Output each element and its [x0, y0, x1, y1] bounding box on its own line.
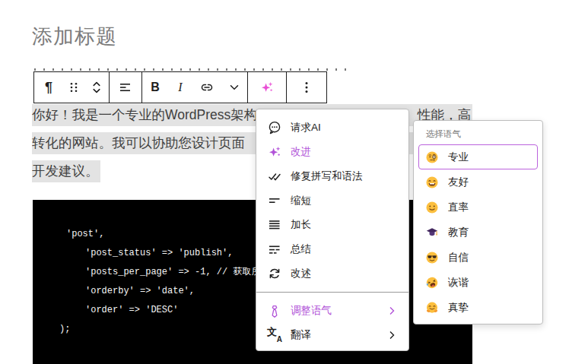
tone-item-friendly[interactable]: 友好: [418, 169, 538, 195]
tone-item-educational[interactable]: 教育: [418, 220, 538, 245]
paragraph-line[interactable]: 开发建议。: [32, 160, 100, 182]
grinning-face-icon: [425, 176, 439, 189]
post-title-placeholder[interactable]: 添加标题: [32, 23, 117, 50]
tone-item-label: 诙谐: [448, 276, 469, 290]
rephrase-icon: [267, 266, 282, 281]
drag-handle-button[interactable]: [63, 72, 84, 103]
drag-handle-icon: [66, 80, 81, 95]
toolbar-group-block: ¶: [34, 72, 110, 103]
tone-item-confident[interactable]: 自信: [418, 245, 538, 270]
tone-item-label: 友好: [448, 176, 469, 189]
more-formatting-button[interactable]: [221, 72, 247, 103]
menu-item-label: 修复拼写和语法: [291, 169, 363, 183]
menu-item-label: 改述: [291, 267, 311, 280]
menu-item-label: 总结: [291, 242, 311, 256]
shorten-icon: [267, 193, 282, 208]
paragraph-text: 你好！我是一个专业的WordPress架构: [32, 107, 257, 122]
menu-item-shorten[interactable]: 缩短: [256, 188, 408, 213]
options-button[interactable]: [287, 72, 326, 103]
link-button[interactable]: [192, 72, 221, 103]
menu-item-improve[interactable]: 改进: [256, 140, 408, 164]
italic-icon: I: [178, 81, 182, 94]
menu-divider: [256, 292, 408, 293]
toolbar-group-align: [110, 72, 142, 103]
ai-assistant-button[interactable]: [248, 72, 286, 103]
bold-icon: B: [151, 81, 160, 94]
menu-item-label: 翻译: [291, 328, 311, 342]
tone-item-sincere[interactable]: 真挚: [418, 295, 538, 320]
wordpress-editor-canvas: 添加标题 你好！我是一个专业的WordPress架构 性能，高 转化的网站。我可…: [0, 0, 588, 364]
paragraph-block-button[interactable]: ¶: [34, 72, 63, 103]
ellipsis-vertical-icon: [299, 80, 314, 95]
chevron-right-icon: [386, 305, 398, 317]
menu-item-label: 请求AI: [291, 121, 321, 135]
menu-item-translate[interactable]: 文A 翻译: [256, 323, 408, 347]
menu-item-adjust-tone[interactable]: 调整语气: [256, 299, 408, 323]
menu-item-label: 改进: [291, 145, 311, 159]
double-check-icon: [267, 169, 282, 184]
rofl-face-icon: [425, 276, 439, 290]
tone-item-professional[interactable]: 专业: [418, 144, 538, 169]
block-toolbar: ¶ B I: [33, 71, 327, 103]
sparkle-icon: [267, 144, 282, 160]
menu-item-label: 缩短: [291, 194, 311, 207]
tone-submenu: 选择语气 专业 友好 直率 教育 自信 诙谐 真挚: [413, 120, 543, 324]
tone-submenu-title: 选择语气: [414, 128, 542, 144]
tone-item-label: 专业: [448, 150, 469, 164]
link-icon: [199, 80, 215, 95]
face-with-monocle-icon: [425, 150, 439, 164]
menu-item-fix-spelling[interactable]: 修复拼写和语法: [256, 164, 408, 188]
necktie-icon: [267, 303, 282, 318]
menu-item-label: 加长: [291, 218, 311, 232]
tone-item-label: 直率: [448, 201, 469, 214]
paragraph-text: 转化的网站。我可以协助您设计页面: [32, 135, 245, 150]
smiling-face-icon: [425, 201, 439, 214]
move-block-button[interactable]: [84, 72, 109, 103]
tone-item-label: 真挚: [448, 301, 469, 315]
align-text-icon: [118, 80, 133, 95]
comment-icon: [267, 120, 282, 135]
italic-button[interactable]: I: [168, 72, 192, 103]
menu-item-label: 调整语气: [291, 304, 332, 318]
align-text-button[interactable]: [110, 72, 141, 103]
tone-item-witty[interactable]: 诙谐: [418, 270, 538, 295]
tone-item-label: 教育: [448, 226, 469, 239]
paragraph-icon: ¶: [45, 80, 52, 96]
graduation-cap-icon: [425, 226, 439, 239]
ai-assistant-menu: 请求AI 改进 修复拼写和语法 缩短 加长 总结 改述 调整语气: [256, 109, 409, 351]
menu-item-lengthen[interactable]: 加长: [256, 213, 408, 237]
toolbar-group-ai: [248, 72, 287, 103]
menu-item-ask-ai[interactable]: 请求AI: [256, 116, 408, 140]
toolbar-group-options: [287, 72, 326, 103]
chevron-right-icon: [386, 329, 398, 341]
clipped-text-line: [34, 68, 350, 71]
toolbar-group-format: B I: [142, 72, 248, 103]
lengthen-icon: [267, 217, 282, 233]
ai-sparkle-icon: [259, 80, 275, 95]
summarize-icon: [267, 242, 282, 257]
menu-item-rephrase[interactable]: 改述: [256, 261, 408, 286]
sunglasses-face-icon: [425, 251, 439, 264]
chevron-down-icon: [227, 80, 242, 95]
tone-item-label: 自信: [448, 251, 469, 264]
bold-button[interactable]: B: [142, 72, 168, 103]
menu-item-summarize[interactable]: 总结: [256, 237, 408, 261]
paragraph-text: 开发建议。: [32, 160, 100, 182]
tone-item-direct[interactable]: 直率: [418, 195, 538, 220]
hugging-face-icon: [425, 301, 439, 315]
move-up-down-icon: [89, 80, 104, 95]
translate-icon: 文A: [267, 328, 282, 343]
